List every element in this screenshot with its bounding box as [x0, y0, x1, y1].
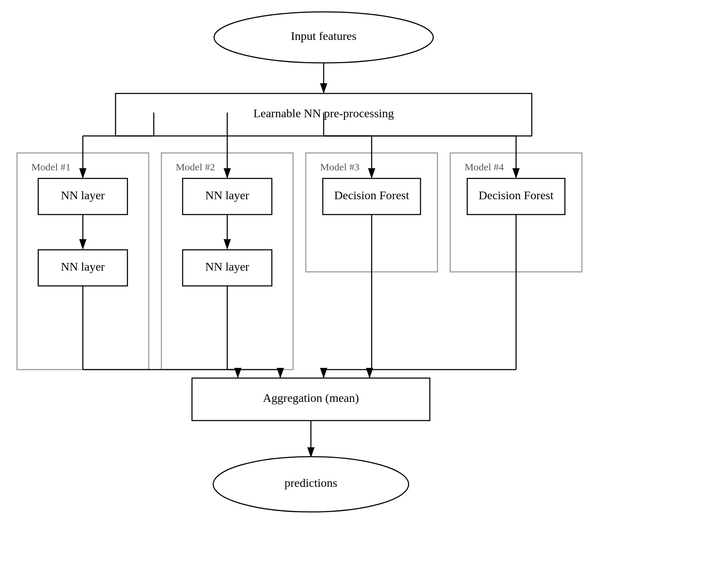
m4-df-label: Decision Forest [479, 189, 554, 202]
predictions-label: predictions [285, 476, 337, 489]
m1-nn1-label: NN layer [61, 189, 105, 202]
m2-nn1-label: NN layer [205, 189, 249, 202]
m1-nn2-label: NN layer [61, 260, 105, 273]
model4-label: Model #4 [465, 161, 504, 172]
model3-label: Model #3 [320, 161, 360, 172]
model2-label: Model #2 [176, 161, 215, 172]
input-features-label: Input features [291, 29, 357, 42]
aggregation-label: Aggregation (mean) [263, 391, 359, 404]
m2-nn2-label: NN layer [205, 260, 249, 273]
m3-df-label: Decision Forest [334, 189, 409, 202]
model1-label: Model #1 [31, 161, 71, 172]
diagram-container: Input features Learnable NN pre-processi… [0, 0, 728, 565]
